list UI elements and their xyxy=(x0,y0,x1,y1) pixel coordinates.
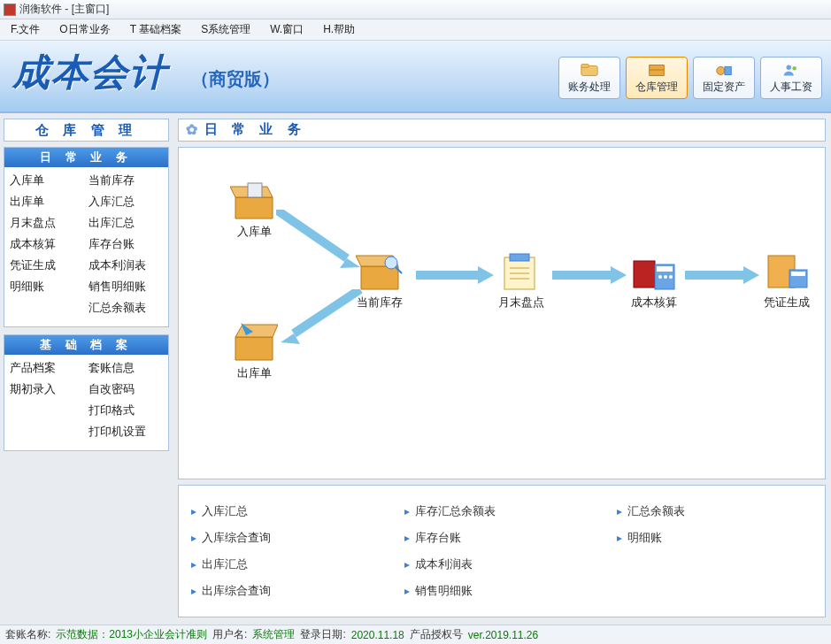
svg-marker-36 xyxy=(611,266,627,284)
menu-base[interactable]: T 基础档案 xyxy=(125,20,187,39)
report-link[interactable]: 库存汇总余额表 xyxy=(404,498,600,525)
sidebar-panel-base: 基 础 档 案 产品档案 套账信息 期初录入 自改密码 打印格式 打印机设置 xyxy=(4,334,169,451)
sidebar-link-out[interactable]: 出库单 xyxy=(10,194,85,210)
flow-node-label: 月末盘点 xyxy=(498,295,544,310)
box-out-icon xyxy=(230,323,278,362)
menu-window[interactable]: W.窗口 xyxy=(265,20,309,39)
sidebar-link-insum[interactable]: 入库汇总 xyxy=(88,194,164,210)
sidebar-link-in[interactable]: 入库单 xyxy=(10,172,85,188)
svg-point-6 xyxy=(787,65,792,70)
report-link[interactable]: 销售明细账 xyxy=(404,578,600,604)
sidebar-link-month[interactable]: 月末盘点 xyxy=(10,215,85,231)
app-icon xyxy=(4,4,16,16)
sidebar-link-e1 xyxy=(10,402,85,418)
menu-system[interactable]: S系统管理 xyxy=(196,20,256,39)
status-account-value: 示范数据：2013小企业会计准则 xyxy=(56,627,207,642)
module-btn-assets[interactable]: 固定资产 xyxy=(693,57,755,99)
svg-point-13 xyxy=(385,257,397,269)
status-license-value: ver.2019.11.26 xyxy=(468,629,538,641)
svg-rect-30 xyxy=(791,272,805,276)
flow-node-out[interactable]: 出库单 xyxy=(230,323,278,381)
module-btn-finance[interactable]: 账务处理 xyxy=(558,57,620,99)
svg-rect-1 xyxy=(581,64,589,67)
sidebar-panel-daily-title: 日 常 业 务 xyxy=(4,148,168,167)
flow-node-voucher[interactable]: 凭证生成 xyxy=(763,252,811,310)
flow-node-label: 出库单 xyxy=(237,365,272,381)
calculator-icon xyxy=(630,252,678,291)
svg-marker-8 xyxy=(235,197,273,218)
flow-node-cost[interactable]: 成本核算 xyxy=(630,252,678,310)
flow-arrow xyxy=(685,266,759,284)
svg-point-7 xyxy=(792,65,796,70)
main-heading: ✿ 日 常 业 务 xyxy=(178,119,826,142)
svg-rect-5 xyxy=(725,66,731,74)
flow-arrow xyxy=(276,210,365,272)
sidebar-panel-daily: 日 常 业 务 入库单 当前库存 出库单 入库汇总 月末盘点 出库汇总 成本核算… xyxy=(4,147,169,327)
svg-point-27 xyxy=(669,275,673,279)
svg-point-25 xyxy=(658,275,662,279)
sidebar-link-print[interactable]: 打印格式 xyxy=(88,402,164,418)
module-btn-label: 仓库管理 xyxy=(635,80,678,95)
content: 仓 库 管 理 日 常 业 务 入库单 当前库存 出库单 入库汇总 月末盘点 出… xyxy=(0,113,831,623)
sidebar-link-pwd[interactable]: 自改密码 xyxy=(88,381,164,397)
report-link[interactable]: 汇总余额表 xyxy=(617,498,812,525)
box-open-icon xyxy=(230,181,278,220)
sidebar-link-voucher[interactable]: 凭证生成 xyxy=(10,257,85,273)
flow-node-in[interactable]: 入库单 xyxy=(230,181,278,240)
flow-arrow xyxy=(281,289,369,351)
report-link[interactable]: 成本利润表 xyxy=(404,551,600,578)
module-btn-warehouse[interactable]: 仓库管理 xyxy=(626,57,688,99)
flow-node-label: 成本核算 xyxy=(631,295,677,310)
status-account-label: 套账名称: xyxy=(5,627,50,642)
sidebar-link-curstock[interactable]: 当前库存 xyxy=(88,172,164,188)
sidebar-link-init[interactable]: 期初录入 xyxy=(10,381,85,397)
status-user-label: 用户名: xyxy=(212,627,247,642)
sidebar-link-outsum[interactable]: 出库汇总 xyxy=(88,215,164,231)
report-link[interactable]: 明细账 xyxy=(617,525,812,551)
svg-rect-37 xyxy=(685,271,743,280)
module-btn-label: 账务处理 xyxy=(568,80,611,95)
report-link[interactable]: 入库汇总 xyxy=(191,498,387,525)
svg-rect-10 xyxy=(248,183,262,197)
sidebar-link-balance[interactable]: 汇总余额表 xyxy=(88,300,164,316)
svg-point-4 xyxy=(717,66,725,74)
sidebar-link-profit[interactable]: 成本利润表 xyxy=(88,257,164,273)
box-icon xyxy=(647,62,666,78)
sidebar-link-detail[interactable]: 明细账 xyxy=(10,279,85,295)
svg-marker-38 xyxy=(743,266,759,284)
svg-marker-34 xyxy=(478,266,494,284)
module-btn-label: 固定资产 xyxy=(703,80,745,95)
menu-daily[interactable]: O日常业务 xyxy=(54,20,115,39)
sidebar-link-sales[interactable]: 销售明细账 xyxy=(88,279,164,295)
menu-file[interactable]: F.文件 xyxy=(5,20,45,39)
report-link[interactable]: 入库综合查询 xyxy=(191,525,387,551)
folder-icon xyxy=(580,62,599,78)
window-title: 润衡软件 - [主窗口] xyxy=(19,2,109,17)
svg-marker-15 xyxy=(235,337,273,360)
report-link[interactable]: 出库汇总 xyxy=(191,551,387,578)
module-buttons: 账务处理 仓库管理 固定资产 人事工资 xyxy=(558,57,822,99)
asset-icon xyxy=(714,62,734,78)
flow-node-month[interactable]: 月末盘点 xyxy=(497,252,545,310)
sidebar-link-product[interactable]: 产品档案 xyxy=(10,360,85,376)
sidebar-link-account[interactable]: 套账信息 xyxy=(88,360,164,376)
sidebar: 仓 库 管 理 日 常 业 务 入库单 当前库存 出库单 入库汇总 月末盘点 出… xyxy=(0,113,173,623)
flow-node-label: 凭证生成 xyxy=(764,295,810,310)
svg-marker-16 xyxy=(235,325,278,337)
sidebar-link-ledger[interactable]: 库存台账 xyxy=(88,236,164,252)
sidebar-link-printer[interactable]: 打印机设置 xyxy=(88,424,164,440)
module-btn-label: 人事工资 xyxy=(770,80,812,95)
status-date-value: 2020.11.18 xyxy=(351,629,404,641)
report-link[interactable]: 出库综合查询 xyxy=(191,578,387,604)
sidebar-title: 仓 库 管 理 xyxy=(4,119,169,142)
statusbar: 套账名称: 示范数据：2013小企业会计准则 用户名: 系统管理 登录日期: 2… xyxy=(0,625,831,644)
sidebar-panel-base-title: 基 础 档 案 xyxy=(4,335,168,355)
sidebar-link-cost[interactable]: 成本核算 xyxy=(10,236,85,252)
titlebar: 润衡软件 - [主窗口] xyxy=(0,0,831,19)
flow-node-label: 入库单 xyxy=(237,224,272,240)
menu-help[interactable]: H.帮助 xyxy=(318,20,360,39)
app-subtitle: （商贸版） xyxy=(191,67,280,91)
flow-arrow xyxy=(416,266,494,284)
module-btn-hr[interactable]: 人事工资 xyxy=(760,57,822,99)
report-link[interactable]: 库存台账 xyxy=(404,525,600,551)
